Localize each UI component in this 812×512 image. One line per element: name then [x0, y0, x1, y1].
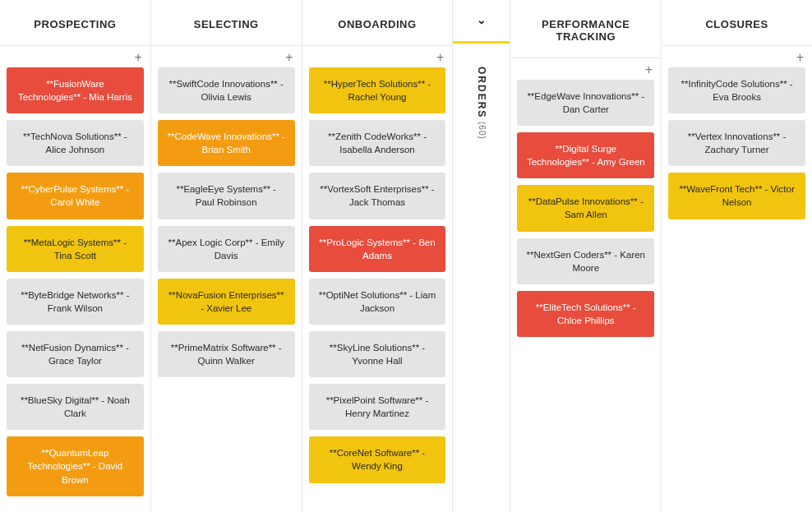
- card[interactable]: **NextGen Coders** - Karen Moore: [517, 238, 654, 284]
- collapsed-label: ORDERS(60): [476, 67, 487, 140]
- card[interactable]: **SwiftCode Innovations** - Olivia Lewis: [158, 67, 295, 113]
- card-label: **Vertex Innovations** - Zachary Turner: [676, 130, 797, 156]
- card-label: **BlueSky Digital** - Noah Clark: [15, 394, 136, 420]
- column-onboarding: ONBOARDING+**HyperTech Solutions** - Rac…: [302, 0, 454, 512]
- card-label: **FusionWare Technologies** - Mia Harris: [15, 77, 136, 104]
- collapsed-count: (60): [478, 122, 487, 140]
- column-header-onboarding[interactable]: ONBOARDING: [302, 0, 453, 46]
- column-selecting: SELECTING+**SwiftCode Innovations** - Ol…: [151, 0, 302, 512]
- card[interactable]: **WaveFront Tech** - Victor Nelson: [668, 173, 805, 219]
- card[interactable]: **ByteBridge Networks** - Frank Wilson: [7, 279, 144, 325]
- card-label: **Digital Surge Technologies** - Amy Gre…: [525, 142, 646, 168]
- add-row: +: [151, 46, 302, 67]
- card-label: **CyberPulse Systems** - Carol White: [15, 182, 136, 209]
- card[interactable]: **MetaLogic Systems** - Tina Scott: [7, 226, 144, 272]
- card[interactable]: **ProLogic Systems** - Ben Adams: [309, 226, 446, 272]
- card-label: **EdgeWave Innovations** - Dan Carter: [525, 90, 646, 116]
- column-header-orders[interactable]: ⌄: [453, 0, 510, 44]
- card-label: **EliteTech Solutions** - Chloe Phillips: [525, 301, 646, 327]
- card-label: **NetFusion Dynamics** - Grace Taylor: [15, 341, 136, 367]
- column-closures: CLOSURES+**InfinityCode Solutions** - Ev…: [662, 0, 812, 512]
- card-label: **InfinityCode Solutions** - Eva Brooks: [676, 77, 797, 104]
- card[interactable]: **InfinityCode Solutions** - Eva Brooks: [668, 67, 805, 113]
- card[interactable]: **BlueSky Digital** - Noah Clark: [7, 384, 144, 430]
- column-prospecting: PROSPECTING+**FusionWare Technologies** …: [0, 0, 151, 512]
- card[interactable]: **QuantumLeap Technologies** - David Bro…: [7, 436, 144, 496]
- card-label: **TechNova Solutions** - Alice Johnson: [15, 130, 136, 156]
- card[interactable]: **PrimeMatrix Software** - Quinn Walker: [158, 331, 295, 377]
- card[interactable]: **DataPulse Innovations** - Sam Allen: [517, 185, 654, 231]
- column-title: CLOSURES: [705, 18, 768, 30]
- column-title: PROSPECTING: [34, 18, 116, 30]
- card-label: **WaveFront Tech** - Victor Nelson: [676, 182, 797, 209]
- collapsed-body[interactable]: ORDERS(60): [453, 44, 510, 512]
- card-label: **VortexSoft Enterprises** - Jack Thomas: [317, 182, 438, 209]
- card-label: **CodeWave Innovations** - Brian Smith: [166, 130, 287, 156]
- card-label: **SwiftCode Innovations** - Olivia Lewis: [166, 77, 287, 104]
- card[interactable]: **NetFusion Dynamics** - Grace Taylor: [7, 331, 144, 377]
- card[interactable]: **CoreNet Software** - Wendy King: [309, 436, 446, 482]
- card-label: **NextGen Coders** - Karen Moore: [525, 248, 646, 274]
- card[interactable]: **PixelPoint Software** - Henry Martinez: [309, 384, 446, 430]
- column-header-selecting[interactable]: SELECTING: [151, 0, 302, 46]
- card-label: **DataPulse Innovations** - Sam Allen: [525, 195, 646, 221]
- card[interactable]: **Vertex Innovations** - Zachary Turner: [668, 120, 805, 166]
- card[interactable]: **Zenith CodeWorks** - Isabella Anderson: [309, 120, 446, 166]
- card[interactable]: **EliteTech Solutions** - Chloe Phillips: [517, 291, 654, 337]
- add-row: +: [0, 46, 150, 67]
- card-label: **CoreNet Software** - Wendy King: [317, 446, 438, 473]
- cards-container: **SwiftCode Innovations** - Olivia Lewis…: [151, 67, 302, 384]
- cards-container: **FusionWare Technologies** - Mia Harris…: [0, 67, 150, 503]
- card-label: **EagleEye Systems** - Paul Robinson: [166, 182, 287, 209]
- column-title: PERFORMANCE TRACKING: [542, 18, 630, 43]
- card[interactable]: **CodeWave Innovations** - Brian Smith: [158, 120, 295, 166]
- card-label: **ByteBridge Networks** - Frank Wilson: [15, 288, 136, 315]
- column-performance-tracking: PERFORMANCE TRACKING+**EdgeWave Innovati…: [510, 0, 662, 512]
- card[interactable]: **TechNova Solutions** - Alice Johnson: [7, 120, 144, 166]
- card[interactable]: **CyberPulse Systems** - Carol White: [7, 173, 144, 219]
- add-row: +: [302, 46, 453, 67]
- card[interactable]: **SkyLine Solutions** - Yvonne Hall: [309, 331, 446, 377]
- card[interactable]: **EagleEye Systems** - Paul Robinson: [158, 173, 295, 219]
- add-card-button[interactable]: +: [796, 51, 804, 64]
- card[interactable]: **Digital Surge Technologies** - Amy Gre…: [517, 132, 654, 178]
- card[interactable]: **VortexSoft Enterprises** - Jack Thomas: [309, 173, 446, 219]
- column-header-prospecting[interactable]: PROSPECTING: [0, 0, 150, 46]
- column-title: ONBOARDING: [338, 18, 416, 30]
- column-title: SELECTING: [194, 18, 259, 30]
- card[interactable]: **EdgeWave Innovations** - Dan Carter: [517, 80, 654, 126]
- card-label: **SkyLine Solutions** - Yvonne Hall: [317, 341, 438, 367]
- add-row: +: [662, 46, 812, 67]
- card[interactable]: **NovaFusion Enterprises** - Xavier Lee: [158, 279, 295, 325]
- collapsed-label-text: ORDERS: [476, 67, 487, 118]
- column-header-closures[interactable]: CLOSURES: [662, 0, 812, 46]
- cards-container: **InfinityCode Solutions** - Eva Brooks*…: [662, 67, 812, 226]
- column-orders: ⌄ORDERS(60): [453, 0, 510, 512]
- card[interactable]: **HyperTech Solutions** - Rachel Young: [309, 67, 446, 113]
- card-label: **HyperTech Solutions** - Rachel Young: [317, 77, 438, 104]
- card[interactable]: **OptiNet Solutions** - Liam Jackson: [309, 279, 446, 325]
- add-card-button[interactable]: +: [285, 51, 293, 64]
- card[interactable]: **FusionWare Technologies** - Mia Harris: [7, 67, 144, 113]
- card[interactable]: **Apex Logic Corp** - Emily Davis: [158, 226, 295, 272]
- card-label: **MetaLogic Systems** - Tina Scott: [15, 236, 136, 262]
- chevron-down-icon[interactable]: ⌄: [456, 13, 506, 26]
- card-label: **NovaFusion Enterprises** - Xavier Lee: [166, 288, 287, 315]
- column-header-performance-tracking[interactable]: PERFORMANCE TRACKING: [510, 0, 661, 58]
- add-card-button[interactable]: +: [134, 51, 141, 64]
- add-row: +: [510, 58, 661, 80]
- card-label: **PrimeMatrix Software** - Quinn Walker: [166, 341, 287, 367]
- kanban-board: PROSPECTING+**FusionWare Technologies** …: [0, 0, 812, 512]
- card-label: **ProLogic Systems** - Ben Adams: [317, 236, 438, 262]
- add-card-button[interactable]: +: [436, 51, 444, 64]
- cards-container: **EdgeWave Innovations** - Dan Carter**D…: [510, 80, 661, 344]
- card-label: **Zenith CodeWorks** - Isabella Anderson: [317, 130, 438, 156]
- add-card-button[interactable]: +: [645, 63, 653, 76]
- card-label: **PixelPoint Software** - Henry Martinez: [317, 394, 438, 420]
- card-label: **OptiNet Solutions** - Liam Jackson: [317, 288, 438, 315]
- cards-container: **HyperTech Solutions** - Rachel Young**…: [302, 67, 453, 490]
- card-label: **Apex Logic Corp** - Emily Davis: [166, 236, 287, 262]
- card-label: **QuantumLeap Technologies** - David Bro…: [15, 446, 136, 486]
